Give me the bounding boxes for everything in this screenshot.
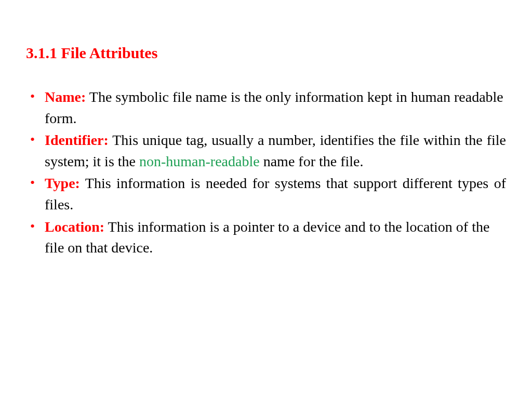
item-text-after: name for the file. (260, 153, 364, 169)
item-text-before: This information is a pointer to a devic… (45, 219, 489, 256)
item-text-before: This information is needed for systems t… (45, 175, 506, 212)
item-highlight: non-human-readable (139, 153, 260, 169)
item-label: Type: (45, 175, 80, 191)
item-label: Location: (45, 219, 104, 235)
section-heading: 3.1.1 File Attributes (26, 44, 506, 62)
list-item: Name: The symbolic file name is the only… (26, 87, 506, 129)
item-text-before: The symbolic file name is the only infor… (45, 89, 503, 126)
item-label: Name: (45, 89, 86, 105)
list-item: Type: This information is needed for sys… (26, 173, 506, 215)
list-item: Location: This information is a pointer … (26, 217, 506, 259)
attribute-list: Name: The symbolic file name is the only… (26, 87, 506, 259)
list-item: Identifier: This unique tag, usually a n… (26, 130, 506, 172)
item-label: Identifier: (45, 132, 109, 148)
